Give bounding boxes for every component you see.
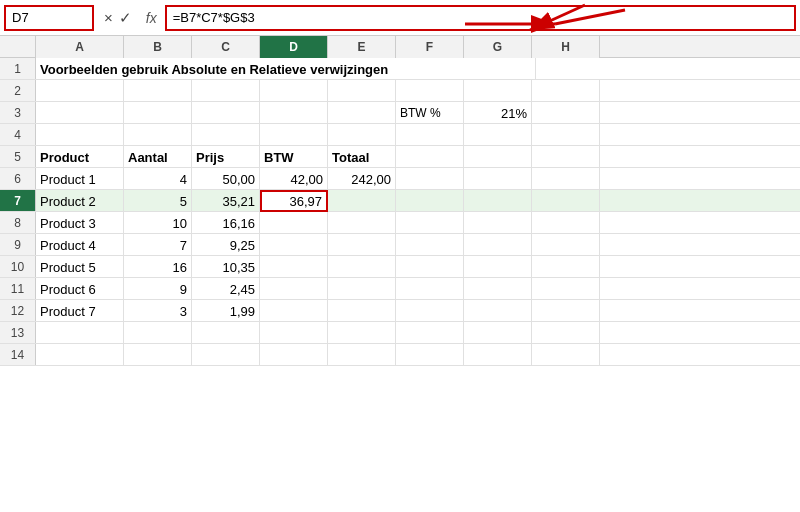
cell-d3[interactable]	[260, 102, 328, 124]
cell-g12[interactable]	[464, 300, 532, 322]
cell-e9[interactable]	[328, 234, 396, 256]
cell-c11[interactable]: 2,45	[192, 278, 260, 300]
cell-g9[interactable]	[464, 234, 532, 256]
cell-a12[interactable]: Product 7	[36, 300, 124, 322]
cell-e4[interactable]	[328, 124, 396, 146]
cell-b10[interactable]: 16	[124, 256, 192, 278]
cell-g14[interactable]	[464, 344, 532, 366]
cell-g13[interactable]	[464, 322, 532, 344]
cell-c6[interactable]: 50,00	[192, 168, 260, 190]
cell-e6[interactable]: 242,00	[328, 168, 396, 190]
cell-c7[interactable]: 35,21	[192, 190, 260, 212]
cell-a2[interactable]	[36, 80, 124, 102]
cell-e12[interactable]	[328, 300, 396, 322]
cell-d12[interactable]	[260, 300, 328, 322]
cell-b12[interactable]: 3	[124, 300, 192, 322]
cell-g6[interactable]	[464, 168, 532, 190]
cell-d4[interactable]	[260, 124, 328, 146]
cell-g7[interactable]	[464, 190, 532, 212]
cell-h5[interactable]	[532, 146, 600, 168]
cell-h4[interactable]	[532, 124, 600, 146]
cell-f4[interactable]	[396, 124, 464, 146]
col-header-d[interactable]: D	[260, 36, 328, 58]
cell-h12[interactable]	[532, 300, 600, 322]
cell-g5[interactable]	[464, 146, 532, 168]
cell-e14[interactable]	[328, 344, 396, 366]
cell-h11[interactable]	[532, 278, 600, 300]
cell-a6[interactable]: Product 1	[36, 168, 124, 190]
cell-a1[interactable]: Voorbeelden gebruik Absolute en Relatiev…	[36, 58, 536, 80]
cell-a14[interactable]	[36, 344, 124, 366]
cell-h6[interactable]	[532, 168, 600, 190]
cancel-icon[interactable]: ×	[104, 9, 113, 26]
cell-h14[interactable]	[532, 344, 600, 366]
cell-d11[interactable]	[260, 278, 328, 300]
cell-b4[interactable]	[124, 124, 192, 146]
cell-a3[interactable]	[36, 102, 124, 124]
cell-h3[interactable]	[532, 102, 600, 124]
cell-e11[interactable]	[328, 278, 396, 300]
cell-d5[interactable]: BTW	[260, 146, 328, 168]
cell-e8[interactable]	[328, 212, 396, 234]
cell-c9[interactable]: 9,25	[192, 234, 260, 256]
cell-f13[interactable]	[396, 322, 464, 344]
cell-f3[interactable]: BTW %	[396, 102, 464, 124]
cell-c2[interactable]	[192, 80, 260, 102]
cell-b7[interactable]: 5	[124, 190, 192, 212]
cell-h7[interactable]	[532, 190, 600, 212]
cell-a13[interactable]	[36, 322, 124, 344]
cell-g10[interactable]	[464, 256, 532, 278]
cell-b6[interactable]: 4	[124, 168, 192, 190]
cell-a8[interactable]: Product 3	[36, 212, 124, 234]
cell-e7[interactable]	[328, 190, 396, 212]
cell-a9[interactable]: Product 4	[36, 234, 124, 256]
cell-f11[interactable]	[396, 278, 464, 300]
cell-g11[interactable]	[464, 278, 532, 300]
cell-c14[interactable]	[192, 344, 260, 366]
cell-d2[interactable]	[260, 80, 328, 102]
cell-d7-selected[interactable]: 36,97	[260, 190, 328, 212]
cell-b3[interactable]	[124, 102, 192, 124]
cell-h10[interactable]	[532, 256, 600, 278]
cell-h9[interactable]	[532, 234, 600, 256]
cell-e10[interactable]	[328, 256, 396, 278]
cell-f5[interactable]	[396, 146, 464, 168]
cell-g2[interactable]	[464, 80, 532, 102]
cell-c13[interactable]	[192, 322, 260, 344]
cell-h2[interactable]	[532, 80, 600, 102]
cell-b13[interactable]	[124, 322, 192, 344]
cell-a10[interactable]: Product 5	[36, 256, 124, 278]
cell-e13[interactable]	[328, 322, 396, 344]
cell-c8[interactable]: 16,16	[192, 212, 260, 234]
cell-h8[interactable]	[532, 212, 600, 234]
cell-b14[interactable]	[124, 344, 192, 366]
cell-e5[interactable]: Totaal	[328, 146, 396, 168]
cell-c5[interactable]: Prijs	[192, 146, 260, 168]
cell-f7[interactable]	[396, 190, 464, 212]
cell-a7[interactable]: Product 2	[36, 190, 124, 212]
cell-d13[interactable]	[260, 322, 328, 344]
name-box[interactable]: D7	[4, 5, 94, 31]
cell-b5[interactable]: Aantal	[124, 146, 192, 168]
formula-input[interactable]: =B7*C7*$G$3	[165, 5, 796, 31]
cell-g8[interactable]	[464, 212, 532, 234]
cell-c3[interactable]	[192, 102, 260, 124]
cell-e3[interactable]	[328, 102, 396, 124]
cell-b2[interactable]	[124, 80, 192, 102]
cell-a11[interactable]: Product 6	[36, 278, 124, 300]
cell-a4[interactable]	[36, 124, 124, 146]
cell-d9[interactable]	[260, 234, 328, 256]
cell-a5[interactable]: Product	[36, 146, 124, 168]
cell-b11[interactable]: 9	[124, 278, 192, 300]
cell-f2[interactable]	[396, 80, 464, 102]
cell-f14[interactable]	[396, 344, 464, 366]
cell-d8[interactable]	[260, 212, 328, 234]
cell-b9[interactable]: 7	[124, 234, 192, 256]
cell-c4[interactable]	[192, 124, 260, 146]
cell-c10[interactable]: 10,35	[192, 256, 260, 278]
cell-g3[interactable]: 21%	[464, 102, 532, 124]
cell-b8[interactable]: 10	[124, 212, 192, 234]
cell-f9[interactable]	[396, 234, 464, 256]
cell-f12[interactable]	[396, 300, 464, 322]
cell-d10[interactable]	[260, 256, 328, 278]
